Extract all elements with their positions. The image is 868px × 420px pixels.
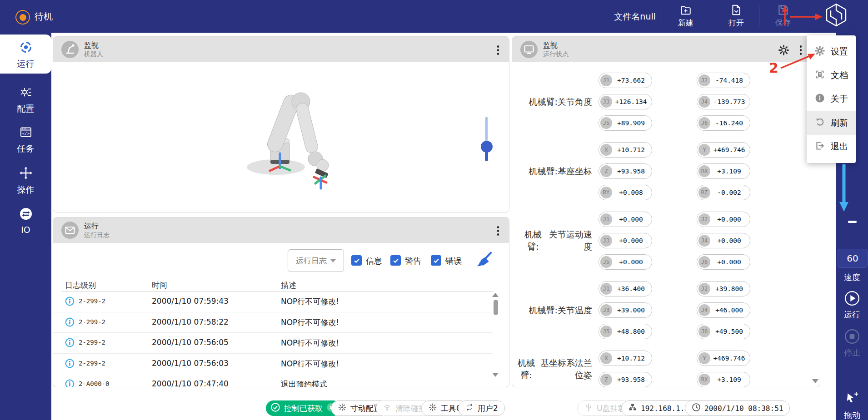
filter-checkbox-warning[interactable] <box>390 255 401 266</box>
open-file-button[interactable]: 打开 <box>714 3 758 28</box>
jog-burst-icon <box>338 403 347 414</box>
log-level: 2-299-2 <box>79 360 105 367</box>
sidebar-item-config[interactable]: 配置 <box>0 85 51 115</box>
log-time: 2000/1/10 07:47:40 <box>152 379 229 387</box>
save-file-button[interactable]: 保存 <box>761 3 805 28</box>
drag-button[interactable]: 拖动 <box>836 391 868 420</box>
sidebar-item-task[interactable]: </> 任务 <box>0 125 51 155</box>
value-pill: Y+469.746 <box>697 351 750 366</box>
log-row[interactable]: 2-299-2 2000/1/10 07:56:05 NOP行不可修改! <box>53 333 493 354</box>
log-time: 2000/1/10 07:56:03 <box>152 359 229 368</box>
axis-chip: J4 <box>698 235 710 247</box>
info-circle-icon <box>815 93 825 105</box>
refresh-icon <box>815 117 825 129</box>
run-status-panel: 监视 运行状态 机械臂:关节角度 J1+73.662 J2-74.418 J3+… <box>512 36 820 387</box>
filter-label-warning: 警告 <box>405 256 421 267</box>
brand-logo-icon[interactable] <box>823 2 849 29</box>
open-file-label: 打开 <box>714 18 758 28</box>
sidebar-item-label: 操作 <box>0 184 51 196</box>
run-button[interactable]: 运行 <box>836 291 868 320</box>
sidebar-item-label: 运行 <box>0 58 51 70</box>
status-panel-header: 监视 运行状态 <box>512 37 820 62</box>
log-row[interactable]: 2-299-2 2000/1/10 07:56:03 NOP行不可修改! <box>53 354 493 375</box>
divider <box>759 6 759 26</box>
log-desc: NOP行不可修改! <box>281 359 339 369</box>
axis-chip: RY <box>600 187 612 198</box>
save-export-icon <box>761 3 805 17</box>
save-file-label: 保存 <box>761 18 805 28</box>
panel-menu-kebab-icon[interactable] <box>494 44 502 56</box>
axis-chip: J6 <box>698 326 710 337</box>
status-group-label: 机械臂:关节温度 <box>512 304 592 316</box>
log-row[interactable]: 2-A000-0 2000/1/10 07:47:40 退出预约模式 <box>53 374 493 387</box>
value-pill: Y+469.746 <box>697 142 750 158</box>
axis-chip: RZ <box>698 187 710 198</box>
zoom-slider-handle[interactable] <box>481 141 493 153</box>
clear-log-broom-icon[interactable] <box>475 251 493 271</box>
run-log-panel: 运行 运行日志 运行日志 信息 警告 错误 <box>53 217 509 387</box>
sidebar-item-operate[interactable]: 操作 <box>0 166 51 196</box>
control-acquired-pill[interactable]: 控制已获取 <box>266 400 341 416</box>
datetime-label: 2000/1/10 08:38:51 <box>704 404 783 413</box>
sidebar-item-io[interactable]: IO <box>0 207 51 235</box>
scroll-down-icon[interactable] <box>812 379 818 383</box>
code-window-icon: </> <box>0 125 51 141</box>
play-circle-icon <box>844 291 860 306</box>
drag-button-label: 拖动 <box>836 410 868 420</box>
value-pill: J2+0.000 <box>697 212 750 227</box>
value-pill: J3+39.000 <box>599 302 652 318</box>
panel-subtitle: 运行日志 <box>84 231 110 239</box>
log-time: 2000/1/10 07:58:22 <box>152 317 229 326</box>
axis-chip: X <box>600 144 612 156</box>
new-file-button[interactable]: 新建 <box>664 3 708 28</box>
datetime-pill: 2000/1/10 08:38:51 <box>685 400 790 416</box>
sidebar-item-run[interactable]: 运行 <box>0 35 51 74</box>
log-level: 2-299-2 <box>79 297 105 305</box>
log-row[interactable]: 2-299-2 2000/1/10 07:58:22 NOP行不可修改! <box>53 312 493 333</box>
stop-circle-icon <box>844 329 860 344</box>
gear-icon[interactable] <box>778 45 789 57</box>
menu-item-settings[interactable]: 设置 <box>807 40 856 64</box>
document-scan-icon <box>815 69 825 81</box>
value-pill: J4+0.000 <box>697 233 750 248</box>
status-group-label: 机械臂: 关节运动速度 <box>512 228 592 252</box>
menu-item-label: 设置 <box>831 46 848 58</box>
user-pill[interactable]: 用户2 <box>458 400 505 416</box>
log-level: 2-A000-0 <box>79 380 109 387</box>
menu-item-docs[interactable]: 文档 <box>807 64 856 87</box>
file-name-label: 文件名null <box>599 11 656 23</box>
run-button-label: 运行 <box>836 309 868 320</box>
monitor-screen-icon <box>520 41 538 58</box>
network-nodes-icon <box>628 403 637 414</box>
target-icon <box>0 40 51 56</box>
status-group-joint-angles: 机械臂:关节角度 J1+73.662 J2-74.418 J3+126.134 … <box>512 73 820 131</box>
new-file-label: 新建 <box>664 18 708 28</box>
panel-menu-kebab-icon[interactable] <box>797 44 805 56</box>
status-group-flange-pose: 机械臂: 基坐标系法兰位姿 X+10.712 Y+469.746 Z+93.95… <box>512 351 820 387</box>
log-type-dropdown[interactable]: 运行日志 <box>288 249 344 272</box>
scrollbar-thumb[interactable] <box>494 300 498 315</box>
value-pill: X+10.712 <box>599 351 652 366</box>
divider <box>811 6 811 26</box>
logout-icon <box>815 141 825 153</box>
svg-text:</>: </> <box>22 131 30 136</box>
scroll-down-icon[interactable] <box>492 373 499 377</box>
menu-item-about[interactable]: 关于 <box>807 87 856 111</box>
filter-checkbox-info[interactable] <box>351 255 362 266</box>
stop-button[interactable]: 停止 <box>836 329 868 358</box>
value-pill: J5+0.000 <box>599 254 652 270</box>
scroll-up-icon[interactable] <box>492 293 499 297</box>
rotate-arrows-icon <box>465 403 474 414</box>
speed-decrease-button[interactable] <box>848 221 857 223</box>
check-circle-icon <box>270 402 280 414</box>
panel-menu-kebab-icon[interactable] <box>494 225 502 237</box>
io-swap-icon <box>0 207 51 223</box>
robot-3d-view[interactable] <box>53 63 509 212</box>
log-desc: 退出预约模式 <box>281 379 327 387</box>
log-time: 2000/1/10 07:56:05 <box>152 338 229 347</box>
speed-value-box[interactable]: 60 <box>838 249 868 268</box>
menu-item-refresh[interactable]: 刷新 <box>807 111 856 135</box>
filter-checkbox-error[interactable] <box>431 255 441 266</box>
menu-item-exit[interactable]: 退出 <box>807 135 856 158</box>
log-row[interactable]: 2-299-2 2000/1/10 07:59:43 NOP行不可修改! <box>53 292 493 312</box>
